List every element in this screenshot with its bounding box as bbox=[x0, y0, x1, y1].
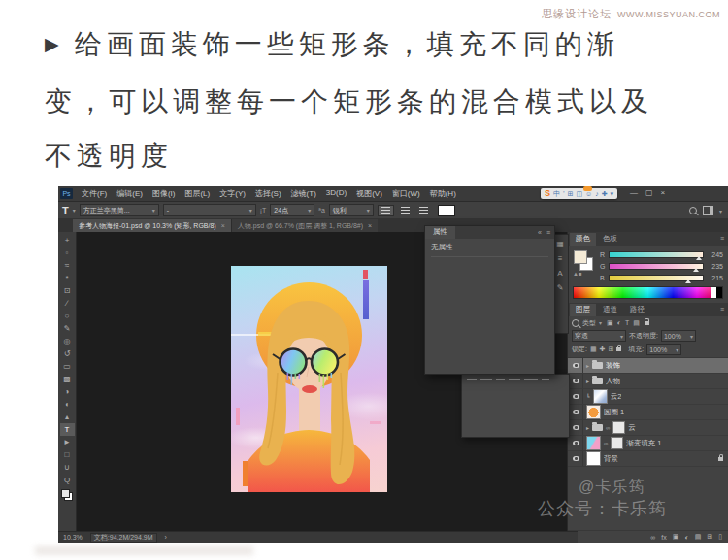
lock-pixels-icon[interactable]: ✚ bbox=[600, 346, 606, 353]
eye-box[interactable] bbox=[570, 389, 583, 404]
layer-thumbnail[interactable] bbox=[586, 405, 601, 419]
layer-thumbnail[interactable] bbox=[593, 389, 608, 404]
menu-item[interactable]: 帮助(H) bbox=[425, 188, 461, 199]
path-select-tool[interactable]: ► bbox=[60, 436, 75, 448]
layer-row[interactable]: ┗云2 bbox=[568, 389, 728, 405]
crop-tool[interactable]: ⊡ bbox=[60, 284, 75, 297]
visibility-eye-icon[interactable] bbox=[573, 394, 579, 399]
filter-pixel-icon[interactable]: ▣ bbox=[607, 319, 613, 327]
text-color-swatch[interactable] bbox=[438, 205, 455, 216]
color-spectrum-ramp[interactable] bbox=[573, 286, 723, 299]
eye-box[interactable] bbox=[570, 358, 583, 373]
layer-name[interactable]: 人物 bbox=[606, 377, 620, 386]
menu-item[interactable]: 编辑(E) bbox=[112, 188, 148, 199]
slider-track[interactable] bbox=[609, 275, 704, 281]
emoji-icon[interactable]: ☺ bbox=[585, 190, 592, 197]
document-tab-inactive[interactable]: 人物.psd @ 66.7% (图层 调整 1, RGB/8#)× bbox=[231, 219, 378, 232]
restore-button[interactable]: ▢ bbox=[645, 188, 653, 197]
expand-caret-icon[interactable]: ▸ bbox=[586, 378, 589, 384]
mask-link-icon[interactable]: ∞ bbox=[606, 425, 610, 431]
layer-thumbnail[interactable] bbox=[586, 436, 601, 450]
layer-row[interactable]: ▸装饰 bbox=[568, 358, 728, 374]
blend-mode-select[interactable]: 穿透▾ bbox=[572, 330, 626, 342]
add-mask-icon[interactable]: ▣ bbox=[673, 533, 679, 541]
layer-thumbnail[interactable] bbox=[586, 451, 601, 466]
character-panel-icon[interactable]: A bbox=[557, 269, 562, 278]
magic-wand-tool[interactable]: * bbox=[60, 272, 75, 284]
shape-tool[interactable]: □ bbox=[60, 448, 75, 461]
layer-mask-thumbnail[interactable] bbox=[612, 421, 625, 434]
workspace-panel-icon[interactable] bbox=[703, 206, 713, 215]
menu-item[interactable]: 选择(S) bbox=[250, 188, 286, 199]
slider-track[interactable] bbox=[609, 251, 704, 258]
workspace-caret-icon[interactable]: ▾ bbox=[719, 208, 722, 214]
color-slider-B[interactable]: B215 bbox=[600, 275, 723, 281]
align-right-button[interactable] bbox=[416, 205, 431, 216]
layer-row[interactable]: ▸人物 bbox=[568, 374, 728, 389]
tab-color[interactable]: 颜色 bbox=[570, 233, 596, 246]
new-group-icon[interactable]: ▤ bbox=[695, 533, 702, 541]
layer-name[interactable]: 圆圈 1 bbox=[604, 408, 624, 417]
tool-preset-caret-icon[interactable]: ▾ bbox=[73, 207, 76, 214]
minimize-button[interactable]: — bbox=[630, 188, 638, 197]
toolbox-icon[interactable]: ✚ bbox=[602, 190, 608, 197]
layer-name[interactable]: 云 bbox=[628, 423, 636, 433]
layer-row[interactable]: ∞渐变填充 1 bbox=[568, 436, 728, 451]
menu-item[interactable]: 文字(Y) bbox=[215, 188, 250, 199]
visibility-eye-icon[interactable] bbox=[573, 379, 579, 383]
anti-alias-select[interactable]: 锐利▾ bbox=[329, 204, 374, 216]
panel-menu-icon[interactable]: ≡ bbox=[546, 229, 550, 236]
align-center-button[interactable] bbox=[398, 205, 413, 216]
filter-kind-label[interactable]: 类型 bbox=[582, 318, 596, 328]
type-tool[interactable]: T bbox=[60, 423, 75, 436]
history-brush-tool[interactable]: ↺ bbox=[60, 347, 75, 360]
panel-menu-icon[interactable]: ≡ bbox=[720, 235, 724, 242]
layer-row[interactable]: 圆圈 1 bbox=[568, 405, 728, 420]
voice-icon[interactable]: ♪ bbox=[595, 190, 599, 197]
gradient-tool[interactable]: ▩ bbox=[60, 373, 75, 385]
marquee-tool[interactable]: ▫ bbox=[60, 247, 75, 259]
sogou-input-toolbar[interactable]: S 中’⊞◫☺♪✚▾ bbox=[541, 188, 617, 199]
pen-tool[interactable]: ▴ bbox=[60, 411, 75, 423]
font-family-select[interactable]: 方正兰亭黑简...▾ bbox=[80, 204, 159, 216]
keyboard-icon[interactable]: ⊞ bbox=[568, 190, 574, 197]
opacity-select[interactable]: 100%▾ bbox=[661, 330, 696, 342]
clone-stamp-tool[interactable]: ◎ bbox=[60, 335, 75, 347]
eye-box[interactable] bbox=[570, 374, 583, 388]
slider-thumb-icon[interactable] bbox=[693, 268, 699, 272]
hand-tool[interactable]: ∪ bbox=[60, 461, 75, 474]
lock-position-icon[interactable]: ⊞ bbox=[608, 346, 613, 353]
eye-box[interactable] bbox=[570, 451, 583, 466]
zoom-level[interactable]: 10.3% bbox=[63, 534, 83, 541]
menu-item[interactable]: 3D(D) bbox=[321, 188, 351, 199]
dodge-tool[interactable]: ◖ bbox=[60, 398, 75, 411]
blur-tool[interactable]: ◑ bbox=[60, 385, 75, 398]
zoom-tool[interactable]: Q bbox=[60, 474, 75, 486]
menu-item[interactable]: 文件(F) bbox=[77, 188, 112, 199]
black-chip[interactable] bbox=[716, 287, 722, 298]
close-button[interactable]: × bbox=[661, 188, 666, 197]
eye-box[interactable] bbox=[570, 436, 583, 450]
tab-paths[interactable]: 路径 bbox=[624, 304, 650, 316]
fill-select[interactable]: 100%▾ bbox=[646, 344, 681, 355]
collapse-panel-icon[interactable]: « bbox=[538, 229, 542, 236]
font-style-select[interactable]: -▾ bbox=[163, 204, 256, 216]
font-size-select[interactable]: 24点▾ bbox=[270, 204, 314, 216]
delete-layer-icon[interactable]: ▯ bbox=[718, 533, 722, 541]
layer-name[interactable]: 渐变填充 1 bbox=[626, 439, 661, 448]
color-slider-G[interactable]: G235 bbox=[600, 263, 723, 270]
new-layer-icon[interactable]: ⊞ bbox=[707, 533, 712, 541]
visibility-eye-icon[interactable] bbox=[573, 441, 579, 445]
layer-row[interactable]: 背景 bbox=[568, 451, 728, 467]
input-mode-icon[interactable]: 中 bbox=[553, 190, 560, 197]
filter-shape-icon[interactable]: ▤ bbox=[633, 319, 640, 327]
filter-type-icon[interactable]: T bbox=[625, 319, 629, 327]
expand-caret-icon[interactable]: ▸ bbox=[586, 424, 589, 431]
foreground-background-swatches[interactable] bbox=[61, 489, 73, 501]
layer-name[interactable]: 云2 bbox=[611, 392, 622, 402]
brush-tool[interactable]: ✎ bbox=[60, 322, 75, 335]
lock-transparent-icon[interactable]: ▦ bbox=[590, 346, 597, 353]
layer-name[interactable]: 背景 bbox=[604, 454, 618, 464]
filter-adjustment-icon[interactable]: ◐ bbox=[617, 319, 621, 327]
eraser-tool[interactable]: ▭ bbox=[60, 360, 75, 373]
